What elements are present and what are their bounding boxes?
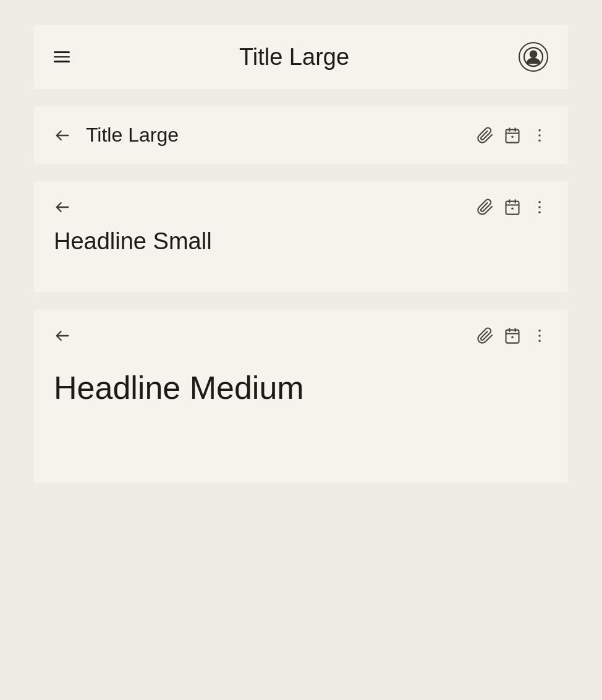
more-vert-icon	[531, 198, 548, 216]
toolbar-actions-2	[477, 198, 548, 216]
svg-point-25	[538, 339, 541, 342]
calendar-button-3[interactable]	[504, 327, 521, 344]
back-arrow-icon	[54, 327, 71, 344]
account-circle-icon	[522, 46, 545, 68]
svg-point-8	[538, 134, 541, 137]
svg-point-23	[538, 330, 541, 332]
svg-point-9	[538, 139, 541, 142]
svg-point-24	[538, 335, 541, 337]
attach-button-2[interactable]	[477, 198, 494, 216]
svg-point-1	[530, 51, 537, 58]
attach-icon	[477, 327, 494, 344]
headline-small-top	[54, 198, 548, 216]
more-button-1[interactable]	[531, 127, 548, 144]
calendar-button-1[interactable]	[504, 127, 521, 144]
attach-icon	[477, 127, 494, 144]
more-vert-icon	[531, 127, 548, 144]
calendar-button-2[interactable]	[504, 198, 521, 216]
svg-point-6	[511, 135, 514, 138]
attach-icon	[477, 198, 494, 216]
back-button-3[interactable]	[54, 327, 71, 344]
calendar-icon	[504, 127, 521, 144]
avatar-button[interactable]	[519, 42, 548, 72]
more-vert-icon	[531, 327, 548, 344]
more-button-2[interactable]	[531, 198, 548, 216]
toolbar-title-large: Title Large	[86, 124, 462, 147]
svg-point-16	[538, 206, 541, 208]
back-button-2[interactable]	[54, 198, 71, 216]
svg-point-7	[538, 129, 541, 132]
headline-medium-title: Headline Medium	[54, 369, 548, 406]
menu-button[interactable]	[54, 51, 70, 62]
app-bar-title: Title Large	[239, 44, 349, 70]
svg-point-15	[538, 201, 541, 203]
calendar-icon	[504, 198, 521, 216]
headline-small-title: Headline Small	[54, 228, 548, 255]
calendar-icon	[504, 327, 521, 344]
attach-button-3[interactable]	[477, 327, 494, 344]
headline-medium-top	[54, 327, 548, 344]
toolbar-actions-1	[477, 127, 548, 144]
app-bar: Title Large	[34, 25, 568, 89]
headline-medium-card: Headline Medium	[34, 310, 568, 483]
attach-button-1[interactable]	[477, 127, 494, 144]
back-button-1[interactable]	[54, 127, 71, 144]
svg-point-14	[511, 208, 514, 210]
back-arrow-icon	[54, 198, 71, 216]
headline-small-card: Headline Small	[34, 181, 568, 292]
back-arrow-icon	[54, 127, 71, 144]
svg-point-22	[511, 336, 514, 339]
svg-point-17	[538, 211, 541, 213]
more-button-3[interactable]	[531, 327, 548, 344]
toolbar-card-title-large: Title Large	[34, 106, 568, 164]
toolbar-actions-3	[477, 327, 548, 344]
